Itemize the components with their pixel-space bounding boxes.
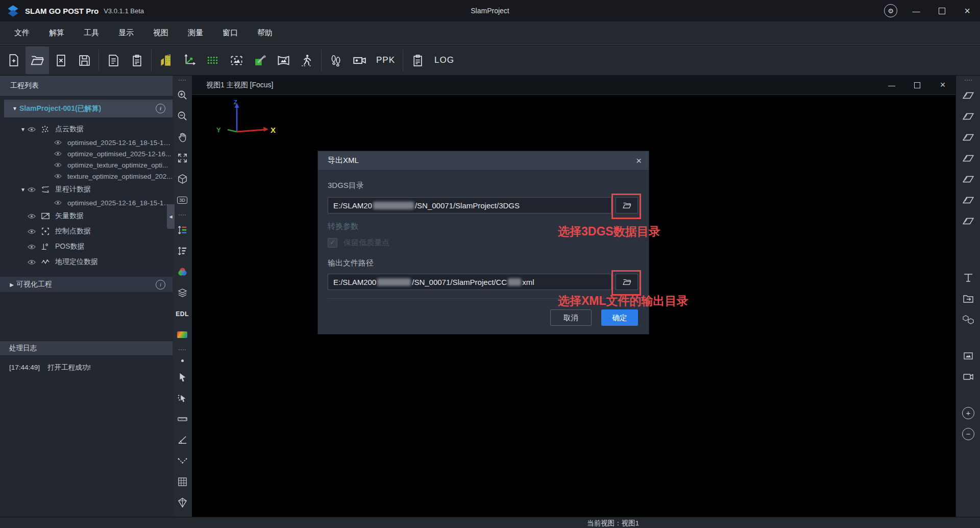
- frame-button[interactable]: [956, 345, 980, 366]
- axis-transform-button[interactable]: [178, 46, 201, 74]
- cube-view-button[interactable]: [173, 169, 192, 189]
- film-camera-button[interactable]: [956, 366, 980, 387]
- fit-view-button[interactable]: [173, 148, 192, 169]
- measure-ruler-button[interactable]: [173, 409, 192, 429]
- zoom-out-button[interactable]: [173, 106, 192, 127]
- zoom-in-button[interactable]: [173, 85, 192, 106]
- menu-view[interactable]: 视图: [153, 28, 168, 38]
- menu-measure[interactable]: 测量: [188, 28, 203, 38]
- menu-solve[interactable]: 解算: [49, 28, 64, 38]
- color-sort-button[interactable]: [173, 220, 192, 241]
- surface-layer-button-2[interactable]: [956, 106, 980, 127]
- footprints-button[interactable]: [324, 46, 348, 74]
- save-project-button[interactable]: [72, 46, 96, 74]
- strip-grip-handle[interactable]: [177, 77, 187, 83]
- surface-layer-button-4[interactable]: [956, 148, 980, 169]
- chevron-down-icon[interactable]: ▼: [18, 187, 28, 193]
- visual-project-row[interactable]: ▶ 可视化工程 i: [0, 277, 173, 292]
- ppk-button[interactable]: PPK: [371, 46, 400, 74]
- visibility-eye-icon[interactable]: [54, 174, 63, 179]
- confirm-button[interactable]: 确定: [601, 309, 638, 326]
- output-path-input[interactable]: E:/SLAM200 /SN_00071/SlamProject/CC xml: [328, 274, 611, 290]
- view-3d-toggle-button[interactable]: 3D: [173, 189, 192, 210]
- strip-grip-handle[interactable]: [177, 212, 187, 218]
- visibility-eye-icon[interactable]: [54, 162, 63, 167]
- new-project-button[interactable]: [2, 46, 26, 74]
- tree-row-cloud-item[interactable]: optimised_2025-12-16_18-15-17...: [0, 137, 173, 148]
- add-circle-button[interactable]: +: [956, 402, 980, 423]
- surface-layer-button-1[interactable]: [956, 85, 980, 106]
- measure-angle-button[interactable]: [173, 429, 192, 450]
- visibility-eye-icon[interactable]: [54, 140, 63, 145]
- wireframe-box-button[interactable]: [173, 492, 192, 513]
- export-folder-button[interactable]: [956, 288, 980, 309]
- strip-grip-handle[interactable]: [963, 77, 973, 83]
- minimize-button[interactable]: —: [903, 0, 929, 21]
- color-wheel-button[interactable]: [173, 261, 192, 282]
- point-tool-button[interactable]: [173, 354, 192, 367]
- remove-circle-button[interactable]: −: [956, 423, 980, 444]
- gradient-colormap-button[interactable]: [173, 324, 192, 345]
- close-project-button[interactable]: [49, 46, 72, 74]
- info-icon[interactable]: i: [156, 280, 165, 290]
- point-grid-button[interactable]: [201, 46, 225, 74]
- layers-render-button[interactable]: [173, 282, 192, 303]
- tree-row-controlpoints[interactable]: 控制点数据: [0, 224, 173, 239]
- tree-row-cloud-item[interactable]: texture_optimize_optimised_202...: [0, 171, 173, 182]
- visibility-eye-icon[interactable]: [28, 187, 36, 193]
- pan-hand-button[interactable]: [173, 127, 192, 148]
- tsquare-button[interactable]: [956, 267, 980, 288]
- surface-layer-button-5[interactable]: [956, 169, 980, 189]
- visibility-eye-icon[interactable]: [54, 151, 63, 156]
- surface-layer-button-7[interactable]: [956, 210, 980, 231]
- menu-help[interactable]: 帮助: [257, 28, 273, 38]
- video-camera-button[interactable]: [348, 46, 371, 74]
- pick-cursor-button[interactable]: [173, 388, 192, 409]
- visibility-eye-icon[interactable]: [54, 200, 63, 205]
- menu-window[interactable]: 窗口: [223, 28, 238, 38]
- close-button[interactable]: ×: [954, 0, 980, 21]
- info-icon[interactable]: i: [156, 104, 165, 113]
- view-maximize-button[interactable]: [904, 76, 930, 95]
- annotate-button[interactable]: [248, 46, 272, 74]
- height-sort-button[interactable]: [173, 241, 192, 261]
- report-button[interactable]: [102, 46, 125, 74]
- visibility-eye-icon[interactable]: [28, 229, 36, 234]
- tree-row-geolocation[interactable]: 地理定位数据: [0, 254, 173, 270]
- settings-button[interactable]: ⚙: [878, 0, 903, 21]
- dgs-dir-input[interactable]: E:/SLAM20 /SN_00071/SlamProject/3DGS: [328, 197, 611, 213]
- tree-row-odometry[interactable]: ▼ 里程计数据: [0, 182, 173, 197]
- dialog-close-icon[interactable]: ×: [636, 156, 642, 165]
- select-cursor-button[interactable]: [173, 367, 192, 388]
- tree-row-vector[interactable]: 矢量数据: [0, 208, 173, 224]
- building-model-button[interactable]: [154, 46, 178, 74]
- chevron-down-icon[interactable]: ▼: [10, 106, 19, 111]
- visibility-eye-icon[interactable]: [28, 213, 36, 219]
- clipboard-edit-button[interactable]: [125, 46, 149, 74]
- cancel-button[interactable]: 取消: [550, 309, 592, 326]
- polyline-measure-button[interactable]: [173, 450, 192, 471]
- strip-grip-handle[interactable]: [177, 347, 187, 353]
- menu-tools[interactable]: 工具: [84, 28, 99, 38]
- image-region-button[interactable]: [225, 46, 248, 74]
- tree-project-row[interactable]: ▼ SlamProject-001(已解算) i: [4, 100, 173, 117]
- surface-layer-button-3[interactable]: [956, 127, 980, 148]
- visibility-eye-icon[interactable]: [28, 259, 36, 265]
- clipboard-button[interactable]: [406, 46, 429, 74]
- open-project-button[interactable]: [26, 46, 49, 74]
- menu-file[interactable]: 文件: [14, 28, 30, 38]
- tree-row-pos[interactable]: POS数据: [0, 239, 173, 254]
- pedestrian-button[interactable]: [295, 46, 318, 74]
- tree-row-pointcloud[interactable]: ▼ 点云数据: [0, 122, 173, 137]
- tree-row-cloud-item[interactable]: optimize_texture_optimize_opti...: [0, 159, 173, 171]
- visibility-eye-icon[interactable]: [28, 127, 36, 132]
- checkbox-checked-icon[interactable]: ✓: [328, 238, 337, 248]
- tree-row-odometry-item[interactable]: optimised_2025-12-16_18-15-17...: [0, 197, 173, 208]
- view-minimize-button[interactable]: —: [879, 76, 904, 95]
- visibility-eye-icon[interactable]: [28, 244, 36, 250]
- edl-toggle-button[interactable]: EDL: [173, 303, 192, 324]
- cube-stack-button[interactable]: [956, 309, 980, 330]
- chevron-right-icon[interactable]: ▶: [7, 282, 16, 287]
- surface-layer-button-6[interactable]: [956, 189, 980, 210]
- chevron-down-icon[interactable]: ▼: [18, 127, 28, 132]
